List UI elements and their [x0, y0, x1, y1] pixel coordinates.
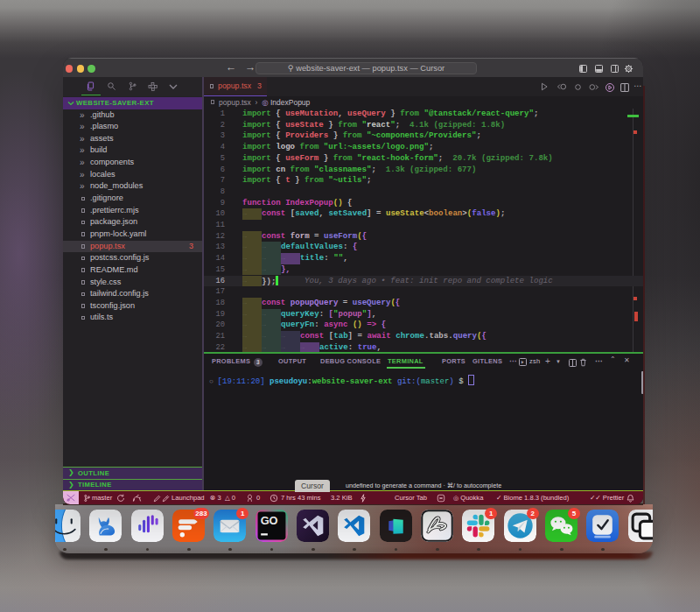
- svg-text:GO: GO: [260, 513, 277, 526]
